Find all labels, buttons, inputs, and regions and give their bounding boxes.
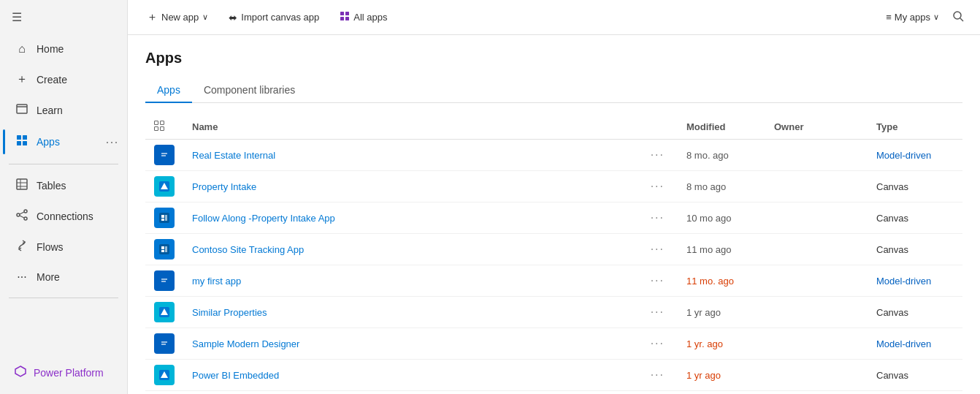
- tab-component-libraries[interactable]: Component libraries: [192, 78, 307, 103]
- connections-icon: [15, 209, 29, 224]
- app-dots-cell[interactable]: ···: [638, 202, 678, 234]
- table-row: Sample Real Estate ··· 1 yr ago Canvas: [145, 391, 962, 395]
- svg-rect-44: [159, 340, 169, 347]
- all-apps-label: All apps: [353, 12, 387, 23]
- app-type-cell: Model-driven: [868, 265, 962, 297]
- app-dots-cell[interactable]: ···: [638, 265, 678, 297]
- search-button[interactable]: [948, 6, 968, 29]
- app-modified-cell: 1 yr ago: [678, 391, 765, 395]
- app-name[interactable]: Sample Modern Designer: [192, 338, 299, 349]
- app-icon-cell: [145, 360, 183, 391]
- topbar: ＋ New app ∨ ⬌ Import canvas app All apps…: [128, 0, 980, 35]
- app-name-cell[interactable]: Power BI Embedded: [183, 360, 638, 391]
- app-name-cell[interactable]: Follow Along -Property Intake App: [183, 202, 638, 234]
- app-name[interactable]: my first app: [192, 276, 241, 287]
- app-dots-cell[interactable]: ···: [638, 328, 678, 360]
- chevron-down-icon: ∨: [202, 12, 208, 22]
- sidebar-item-apps[interactable]: Apps ⋯: [3, 126, 124, 157]
- app-name-cell[interactable]: Similar Properties: [183, 297, 638, 328]
- app-icon: [154, 302, 175, 322]
- svg-line-21: [960, 18, 963, 21]
- more-icon: ···: [15, 270, 29, 284]
- app-icon-cell: [145, 328, 183, 360]
- app-owner-cell: [765, 234, 868, 265]
- sidebar-item-create[interactable]: ＋ Create: [3, 64, 124, 94]
- svg-rect-26: [159, 151, 169, 159]
- sidebar-item-connections[interactable]: Connections: [3, 202, 124, 231]
- svg-rect-24: [155, 127, 158, 131]
- app-type-cell: Model-driven: [868, 140, 962, 171]
- table-row: Contoso Site Tracking App ··· 11 mo ago …: [145, 234, 962, 265]
- all-apps-button[interactable]: All apps: [332, 7, 394, 28]
- app-name[interactable]: Contoso Site Tracking App: [192, 244, 304, 255]
- app-type-cell: Canvas: [868, 202, 962, 234]
- app-more-button[interactable]: ···: [646, 241, 669, 257]
- sidebar-item-home[interactable]: ⌂ Home: [3, 35, 124, 63]
- app-dots-cell[interactable]: ···: [638, 360, 678, 391]
- sidebar-item-learn[interactable]: Learn: [3, 96, 124, 125]
- app-dots-cell[interactable]: ···: [638, 297, 678, 328]
- sidebar-divider-2: [9, 298, 118, 298]
- svg-rect-34: [165, 215, 167, 221]
- svg-rect-19: [345, 17, 349, 20]
- app-name[interactable]: Real Estate Internal: [192, 150, 275, 161]
- app-more-button[interactable]: ···: [646, 367, 669, 383]
- sidebar-item-tables[interactable]: Tables: [3, 171, 124, 200]
- app-more-button[interactable]: ···: [646, 178, 669, 194]
- app-name-cell[interactable]: Real Estate Internal: [183, 140, 638, 171]
- app-icon: [154, 145, 175, 165]
- tab-apps[interactable]: Apps: [145, 78, 192, 103]
- app-more-button[interactable]: ···: [646, 210, 669, 226]
- svg-point-12: [24, 217, 27, 220]
- table-row: Similar Properties ··· 1 yr ago Canvas: [145, 297, 962, 328]
- app-more-button[interactable]: ···: [646, 304, 669, 320]
- import-canvas-button[interactable]: ⬌ Import canvas app: [221, 7, 326, 28]
- svg-rect-32: [161, 215, 164, 218]
- svg-point-20: [954, 12, 961, 19]
- app-dots-cell[interactable]: ···: [638, 234, 678, 265]
- sidebar-item-label: More: [37, 271, 60, 283]
- table-row: Power BI Embedded ··· 1 yr ago Canvas: [145, 360, 962, 391]
- app-icon-cell: [145, 171, 183, 202]
- sidebar-item-label: Apps: [37, 136, 60, 148]
- hamburger-icon[interactable]: ☰: [0, 0, 127, 34]
- app-name[interactable]: Follow Along -Property Intake App: [192, 213, 335, 224]
- app-name[interactable]: Similar Properties: [192, 307, 267, 318]
- app-type-cell: Canvas: [868, 297, 962, 328]
- sidebar-item-more[interactable]: ··· More: [3, 263, 124, 291]
- app-more-button[interactable]: ···: [646, 273, 669, 289]
- svg-marker-15: [15, 366, 26, 376]
- my-apps-label: My apps: [895, 12, 930, 23]
- apps-more-icon[interactable]: ⋯: [105, 134, 118, 150]
- my-apps-dropdown[interactable]: ≡ My apps ∨: [886, 12, 939, 23]
- app-dots-cell[interactable]: ···: [638, 140, 678, 171]
- app-icon: [154, 208, 175, 228]
- app-modified-cell: 11 mo. ago: [678, 265, 765, 297]
- app-icon: [154, 239, 175, 259]
- svg-point-10: [17, 213, 20, 216]
- app-name-cell[interactable]: my first app: [183, 265, 638, 297]
- app-name-cell[interactable]: Property Intake: [183, 171, 638, 202]
- sidebar-item-flows[interactable]: Flows: [3, 232, 124, 262]
- app-icon-cell: [145, 202, 183, 234]
- sidebar-item-power-platform[interactable]: Power Platform: [12, 360, 115, 385]
- app-owner-cell: [765, 265, 868, 297]
- app-more-button[interactable]: ···: [646, 336, 669, 352]
- app-name[interactable]: Property Intake: [192, 181, 256, 192]
- app-dots-cell[interactable]: ···: [638, 391, 678, 395]
- learn-icon: [15, 103, 29, 118]
- app-modified-cell: 1 yr ago: [678, 360, 765, 391]
- app-name-cell[interactable]: Sample Real Estate: [183, 391, 638, 395]
- app-more-button[interactable]: ···: [646, 147, 669, 163]
- apps-table: Name Modified Owner Type Real Estate Int…: [145, 115, 962, 394]
- svg-rect-18: [340, 17, 344, 20]
- svg-rect-16: [340, 12, 344, 15]
- new-app-button[interactable]: ＋ New app ∨: [139, 6, 215, 29]
- svg-rect-37: [161, 250, 164, 252]
- app-dots-cell[interactable]: ···: [638, 171, 678, 202]
- app-icon: [154, 176, 175, 197]
- app-icon: [154, 365, 175, 385]
- app-name[interactable]: Power BI Embedded: [192, 370, 279, 381]
- app-name-cell[interactable]: Sample Modern Designer: [183, 328, 638, 360]
- app-name-cell[interactable]: Contoso Site Tracking App: [183, 234, 638, 265]
